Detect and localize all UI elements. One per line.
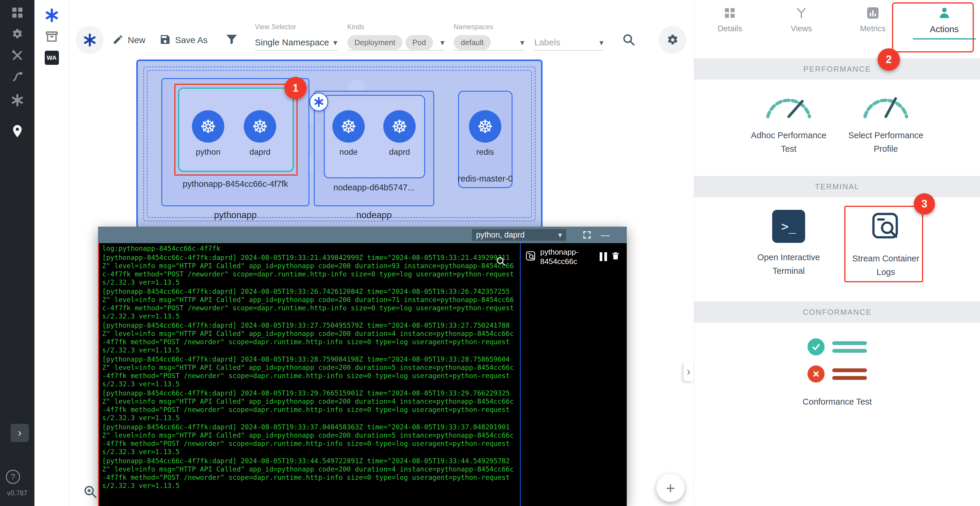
performance-items: Adhoc Performance Test Select Performanc…	[694, 88, 980, 156]
deployment-name-label: nodeapp	[315, 210, 433, 220]
settings-gear-button[interactable]	[659, 26, 687, 54]
save-as-label: Save As	[175, 35, 208, 45]
annotation-rect-2	[892, 2, 974, 53]
kinds-field[interactable]: Kinds Deployment Pod ▾	[347, 23, 444, 51]
namespaces-field[interactable]: Namespaces default ▾	[453, 23, 524, 51]
cross-circle-icon	[808, 366, 824, 383]
pod-name-label: redis-master-0	[452, 174, 519, 184]
kind-chip-pod[interactable]: Pod	[406, 35, 433, 50]
details-panel: Details Views Metrics Actions PERFORMANC…	[694, 0, 980, 506]
tools-icon[interactable]	[0, 49, 35, 62]
view-selector-value: Single Namespace	[255, 37, 329, 48]
route-icon[interactable]	[0, 70, 35, 83]
terminal-body: log:pythonapp-8454cc66c-4f7fk [pythonapp…	[98, 243, 627, 506]
apps-grid-icon[interactable]	[0, 6, 35, 19]
kind-chip-deployment[interactable]: Deployment	[347, 35, 402, 50]
save-as-button[interactable]: Save As	[159, 33, 208, 47]
action-label: Conformance Test	[787, 395, 887, 409]
field-underline	[534, 50, 603, 51]
settings-gears-icon[interactable]	[0, 27, 35, 41]
metrics-chart-icon	[866, 6, 879, 21]
location-pin-icon[interactable]	[0, 124, 35, 139]
gauge-icon	[763, 88, 814, 121]
terminal-items: >_ Open Interactive Terminal Stream Cont…	[694, 210, 980, 279]
action-label: Adhoc Performance Test	[746, 128, 831, 156]
log-entry: [pythonapp-8454cc66c-4f7fk:daprd] 2024-0…	[102, 355, 517, 388]
view-selector-label: View Selector	[255, 23, 337, 31]
views-branch-icon	[795, 6, 808, 21]
log-search-icon[interactable]	[496, 256, 506, 268]
k8s-wheel-icon: ☸	[477, 116, 493, 137]
panel-collapse-chevron[interactable]: ›	[684, 362, 694, 381]
action-label: Open Interactive Terminal	[746, 251, 831, 278]
new-button[interactable]: New	[113, 33, 145, 47]
container-label: node	[332, 147, 365, 157]
container-node-daprd[interactable]: ☸	[383, 110, 416, 143]
refresh-spinner-button[interactable]	[76, 26, 103, 54]
section-header-terminal: TERMINAL	[694, 176, 980, 197]
log-title-line: log:pythonapp-8454cc66c-4f7fk	[102, 244, 517, 252]
container-node-redis[interactable]: ☸	[469, 110, 501, 143]
annotation-badge-3: 3	[914, 193, 935, 214]
dapr-rail-icon[interactable]	[0, 93, 35, 107]
pencil-icon	[113, 34, 124, 46]
pause-icon[interactable]	[600, 252, 607, 261]
stream-list-item[interactable]: pythonapp-8454cc66c	[521, 243, 627, 270]
gauge-icon	[861, 88, 911, 121]
terminal-prompt-icon: >_	[772, 210, 805, 243]
version-label: v0.787	[0, 489, 35, 497]
action-label: Select Performance Profile	[843, 128, 929, 156]
log-entry: [pythonapp-8454cc66c-4f7fk:daprd] 2024-0…	[102, 389, 517, 422]
namespaces-label: Namespaces	[453, 23, 524, 31]
tab-details[interactable]: Details	[694, 0, 766, 33]
help-icon[interactable]: ?	[6, 470, 20, 484]
dapr-workspace-icon[interactable]	[35, 8, 69, 23]
namespace-chip-default[interactable]: default	[453, 35, 491, 50]
filter-funnel-icon[interactable]	[224, 32, 239, 48]
new-label: New	[128, 35, 145, 45]
labels-field[interactable]: Labels ▾	[534, 23, 603, 51]
dapr-sidecar-spinner-icon[interactable]	[309, 93, 328, 112]
log-output-area[interactable]: log:pythonapp-8454cc66c-4f7fk [pythonapp…	[98, 243, 520, 506]
open-interactive-terminal-action[interactable]: >_ Open Interactive Terminal	[740, 210, 837, 278]
field-underline	[347, 50, 444, 51]
fullscreen-icon[interactable]	[582, 230, 592, 241]
container-label: daprd	[383, 147, 416, 157]
view-selector-field[interactable]: View Selector Single Namespace ▾	[255, 23, 337, 51]
field-underline	[453, 50, 524, 51]
rail-expand-button[interactable]: ›	[11, 424, 29, 442]
conformance-fail-row	[808, 366, 867, 383]
container-selector-dropdown[interactable]: python, daprd ▾	[472, 229, 566, 241]
save-icon	[159, 34, 171, 46]
canvas-zoom-icon[interactable]	[83, 484, 98, 500]
annotation-badge-2: 2	[878, 48, 900, 71]
annotation-badge-1: 1	[284, 77, 307, 99]
details-grid-icon	[723, 6, 736, 21]
wasm-badge[interactable]: WA	[35, 51, 69, 65]
chevron-down-icon[interactable]: ▾	[599, 38, 603, 48]
chevron-down-icon[interactable]: ▾	[441, 38, 444, 48]
chevron-down-icon[interactable]: ▾	[333, 38, 337, 48]
terminal-header[interactable]: python, daprd ▾ —	[98, 227, 627, 243]
left-rail: › ? v0.787	[0, 0, 35, 506]
tab-label: Details	[718, 24, 742, 33]
search-icon[interactable]	[622, 33, 636, 48]
chevron-down-icon[interactable]: ▾	[520, 38, 524, 48]
annotation-rect-1	[174, 84, 298, 176]
tab-label: Views	[791, 24, 812, 33]
log-entry: [pythonapp-8454cc66c-4f7fk:daprd] 2024-0…	[102, 287, 517, 320]
conformance-test-action[interactable]: Conformance Test	[694, 338, 980, 409]
tab-label: Metrics	[860, 24, 886, 33]
add-fab-button[interactable]: +	[657, 474, 684, 502]
container-node-node[interactable]: ☸	[332, 110, 365, 143]
tab-views[interactable]: Views	[766, 0, 837, 33]
archive-box-icon[interactable]	[35, 30, 69, 44]
trash-icon[interactable]	[611, 251, 620, 262]
section-header-performance: PERFORMANCE	[694, 58, 980, 80]
select-performance-profile-action[interactable]: Select Performance Profile	[837, 88, 934, 156]
container-label: redis	[469, 147, 501, 157]
minimize-icon[interactable]: —	[600, 231, 611, 239]
deployment-name-label: pythonapp	[163, 210, 308, 220]
terminal-stream-list: pythonapp-8454cc66c	[520, 243, 627, 506]
adhoc-performance-test-action[interactable]: Adhoc Performance Test	[740, 88, 837, 156]
